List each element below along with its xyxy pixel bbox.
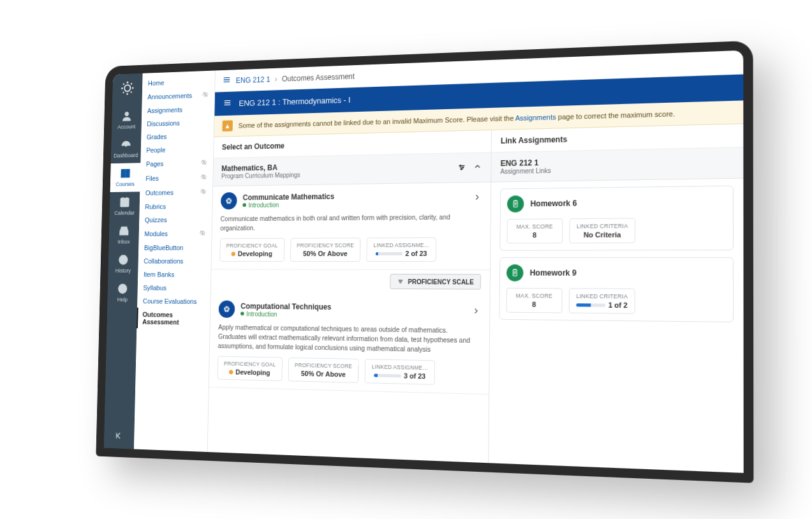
hidden-eye-icon <box>200 158 207 167</box>
rail-help[interactable]: ? Help <box>107 278 138 308</box>
hamburger-icon[interactable] <box>223 98 232 110</box>
rail-collapse-button[interactable] <box>103 423 134 449</box>
book-icon <box>119 167 131 180</box>
chevron-right-icon[interactable] <box>472 192 481 202</box>
course-nav-item[interactable]: Outcomes <box>139 184 212 200</box>
max-score-box: MAX. SCORE 8 <box>506 218 563 243</box>
rail-dashboard[interactable]: Dashboard <box>110 134 141 163</box>
rail-label: Calendar <box>114 209 135 216</box>
proficiency-score-box: PROFICIENCY SCORE 50% Or Above <box>288 357 359 383</box>
stat-label: LINKED CRITERIA <box>576 292 628 299</box>
course-nav-item[interactable]: Syllabus <box>137 281 210 295</box>
course-nav-item[interactable]: Grades <box>141 128 214 144</box>
course-nav-label: Course Evaluations <box>142 297 196 305</box>
breadcrumb-course[interactable]: ENG 212 1 <box>235 75 270 84</box>
collapse-icon[interactable] <box>473 162 482 173</box>
svg-point-22 <box>461 168 462 169</box>
rail-history[interactable]: History <box>108 249 138 278</box>
course-nav-item[interactable]: BigBlueButton <box>138 241 211 254</box>
proficiency-goal-box: PROFICIENCY GOAL Developing <box>219 238 284 262</box>
stat-label: MAX. SCORE <box>513 223 555 230</box>
course-nav-item[interactable]: Pages <box>140 155 213 171</box>
stat-label: LINKED ASSIGNME… <box>371 363 427 371</box>
outcomes-header-title: Select an Outcome <box>221 141 284 151</box>
stat-label: PROFICIENCY GOAL <box>223 361 275 368</box>
filter-icon[interactable] <box>456 162 466 173</box>
stat-value: 8 <box>513 300 554 308</box>
svg-point-4 <box>131 87 133 89</box>
assignment-icon <box>506 195 523 213</box>
proficiency-scale-button[interactable]: PROFICIENCY SCALE <box>390 274 481 290</box>
rail-calendar[interactable]: Calendar <box>109 192 140 221</box>
outcome-icon <box>220 192 237 209</box>
stat-value: No Criteria <box>576 230 628 239</box>
stat-label: PROFICIENCY SCORE <box>294 362 351 370</box>
svg-point-6 <box>130 83 131 85</box>
course-nav-label: Quizzes <box>144 216 166 223</box>
svg-text:?: ? <box>121 285 124 292</box>
outcome-card[interactable]: Communicate Mathematics Introduction Com… <box>211 182 491 270</box>
rail-label: History <box>115 267 130 273</box>
course-nav-item[interactable]: People <box>140 142 213 156</box>
stat-label: LINKED ASSIGNME… <box>373 242 429 248</box>
screen: Account Dashboard Courses Calendar Inbox <box>103 50 743 472</box>
stat-value: 3 of 23 <box>371 371 427 380</box>
warning-link[interactable]: Assignments <box>515 113 556 122</box>
clock-icon <box>117 253 129 266</box>
course-nav-label: Rubrics <box>145 202 166 210</box>
rail-inbox[interactable]: Inbox <box>108 220 139 249</box>
svg-point-10 <box>125 145 126 146</box>
assignment-card[interactable]: Homework 9 MAX. SCORE 8 LINKED CRITERIA … <box>499 257 734 322</box>
rail-account[interactable]: Account <box>111 105 142 135</box>
rail-label: Courses <box>115 181 134 187</box>
course-nav-label: Home <box>147 79 164 86</box>
hamburger-icon[interactable] <box>222 75 232 87</box>
collapse-icon <box>114 430 124 441</box>
proficiency-goal-box: PROFICIENCY GOAL Developing <box>217 356 282 381</box>
outcome-title: Computational Techniques <box>240 301 331 311</box>
hidden-eye-icon <box>198 229 205 237</box>
rail-label: Dashboard <box>114 152 138 158</box>
rail-courses[interactable]: Courses <box>110 163 140 192</box>
assignments-header-title: Link Assignments <box>500 135 566 146</box>
linked-assignments-box: LINKED ASSIGNME… 3 of 23 <box>364 359 434 385</box>
course-nav-item[interactable]: Discussions <box>141 115 214 130</box>
breadcrumb-sep: › <box>274 74 277 83</box>
course-nav-item[interactable]: Item Banks <box>138 267 211 281</box>
course-nav-item[interactable]: Modules <box>138 226 211 241</box>
chevron-right-icon[interactable] <box>471 306 480 317</box>
stat-value: Developing <box>223 368 276 377</box>
breadcrumb-current: Outcomes Assessment <box>281 71 354 83</box>
outcome-tag: Introduction <box>240 310 331 318</box>
stat-value: 50% Or Above <box>294 370 351 379</box>
rail-label: Account <box>117 123 135 130</box>
course-nav-label: Outcomes Assessment <box>142 310 204 326</box>
stat-label: PROFICIENCY SCORE <box>297 242 354 248</box>
program-subtitle: Program Curriculum Mappings <box>221 171 300 179</box>
main-area: ENG 212 1 › Outcomes Assessment ENG 212 … <box>207 50 743 472</box>
course-nav-item[interactable]: Outcomes Assessment <box>137 307 210 329</box>
outcome-title: Communicate Mathematics <box>242 192 334 201</box>
course-nav-item[interactable]: Assignments <box>142 102 214 117</box>
stat-label: MAX. SCORE <box>513 292 554 299</box>
svg-point-21 <box>462 166 463 167</box>
outcome-icon <box>218 300 235 317</box>
course-nav-item[interactable]: Files <box>140 170 212 186</box>
svg-point-8 <box>130 91 131 93</box>
linked-criteria-box: LINKED CRITERIA 1 of 2 <box>568 288 635 313</box>
course-nav-item[interactable]: Announcements <box>142 87 214 104</box>
canvas-logo[interactable] <box>118 78 136 98</box>
progress-bar <box>576 303 605 306</box>
course-nav-item[interactable]: Course Evaluations <box>137 294 210 308</box>
outcome-card[interactable]: Computational Techniques Introduction Ap… <box>209 294 489 395</box>
course-nav-item[interactable]: Quizzes <box>139 213 212 227</box>
assignments-subheader: ENG 212 1 Assignment Links <box>491 147 743 182</box>
course-nav-item[interactable]: Rubrics <box>139 199 212 213</box>
svg-point-3 <box>121 87 123 89</box>
svg-point-0 <box>124 84 131 91</box>
svg-point-1 <box>126 81 128 83</box>
course-nav: HomeAnnouncementsAssignmentsDiscussionsG… <box>133 70 215 452</box>
course-nav-item[interactable]: Collaborations <box>138 254 211 267</box>
assignment-card[interactable]: Homework 6 MAX. SCORE 8 LINKED CRITERIA … <box>499 185 734 250</box>
linked-criteria-box: LINKED CRITERIA No Criteria <box>569 218 635 243</box>
